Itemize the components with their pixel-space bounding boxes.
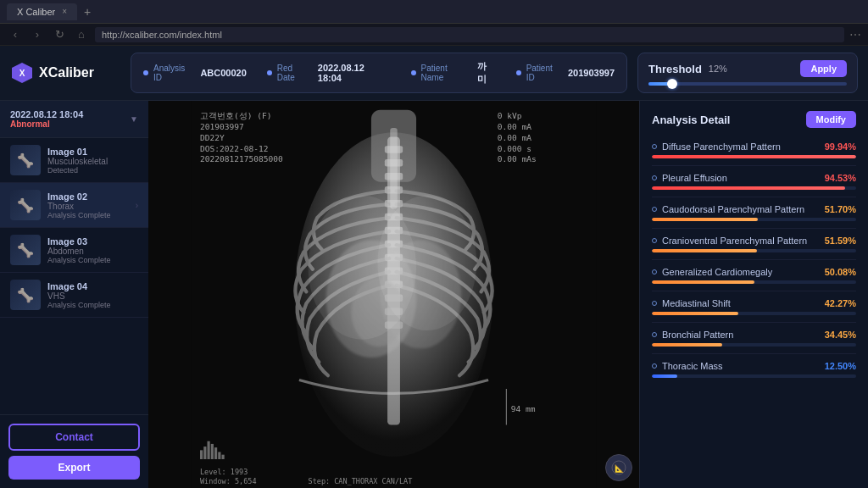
patient-name-field: Patient Name 까미 xyxy=(411,60,496,86)
browser-menu-icon[interactable]: ⋯ xyxy=(849,28,861,42)
contact-button[interactable]: Contact xyxy=(8,424,140,451)
chevron-down-icon[interactable]: ▼ xyxy=(130,114,138,124)
svg-rect-43 xyxy=(208,441,210,459)
main-image-area: 고객번호(성) (F) 201903997 DD22Y DOS:2022-08-… xyxy=(148,101,639,488)
browser-tab[interactable]: X Caliber × xyxy=(7,3,77,20)
image-tool-overlay: 📐 xyxy=(605,454,632,481)
condition-name-5: Generalized Cardiomegaly xyxy=(662,267,772,277)
image-thumb-2: 🦴 xyxy=(10,190,41,220)
image-thumb-4: 🦴 xyxy=(10,280,41,310)
image-list-item-4[interactable]: 🦴 Image 04 VHS Analysis Complete xyxy=(0,273,148,318)
app-container: X XCaliber Analysis ID ABC00020 Red Date… xyxy=(0,46,868,488)
logo-icon: X xyxy=(10,61,34,85)
condition-row-7: Bronchial Pattern 34.45% xyxy=(652,330,856,340)
condition-name-area-3: Caudodorsal Parenchymal Pattern xyxy=(652,204,804,214)
image-list-item-3[interactable]: 🦴 Image 03 Abdomen Analysis Complete xyxy=(0,228,148,273)
patient-id-value: 201903997 xyxy=(568,68,615,78)
analysis-id-label: Analysis ID xyxy=(153,64,195,82)
condition-percent-4: 51.59% xyxy=(825,236,856,246)
address-bar[interactable] xyxy=(95,27,844,42)
condition-dot-5 xyxy=(652,269,657,274)
image-status-4: Analysis Complete xyxy=(47,301,138,309)
condition-bar-fill-8 xyxy=(652,374,677,378)
condition-bar-track-7 xyxy=(652,343,856,347)
sidebar-buttons: Contact Export xyxy=(0,414,148,488)
image-type-2: Thorax xyxy=(47,202,129,211)
arrow-icon: › xyxy=(136,201,138,210)
svg-text:0.00 mA: 0.00 mA xyxy=(498,122,531,131)
ruler-icon: 📐 xyxy=(611,460,626,475)
condition-name-area-5: Generalized Cardiomegaly xyxy=(652,267,772,277)
forward-icon[interactable]: › xyxy=(29,28,46,41)
condition-name-8: Thoracic Mass xyxy=(662,361,723,371)
condition-dot-4 xyxy=(652,238,657,243)
new-tab-button[interactable]: + xyxy=(84,5,91,19)
condition-name-area-8: Thoracic Mass xyxy=(652,361,723,371)
refresh-icon[interactable]: ↻ xyxy=(51,28,68,41)
condition-name-area-1: Diffuse Parenchymal Pattern xyxy=(652,141,781,152)
condition-item-8: Thoracic Mass 12.50% xyxy=(652,354,856,385)
condition-name-area-2: Pleural Effusion xyxy=(652,173,727,183)
condition-bar-fill-5 xyxy=(652,280,754,284)
condition-item-2: Pleural Effusion 94.53% xyxy=(652,166,856,197)
condition-percent-5: 50.08% xyxy=(825,267,856,277)
red-date-label: Red Date xyxy=(277,64,313,82)
top-header: X XCaliber Analysis ID ABC00020 Red Date… xyxy=(0,46,868,101)
thumb-icon-4: 🦴 xyxy=(17,287,34,303)
condition-row-1: Diffuse Parenchymal Pattern 99.94% xyxy=(652,141,856,152)
image-name-3: Image 03 xyxy=(47,236,138,247)
threshold-title: Threshold xyxy=(648,63,702,75)
image-name-2: Image 02 xyxy=(47,191,129,202)
svg-text:Window: 5,654: Window: 5,654 xyxy=(200,477,257,485)
svg-text:201903997: 201903997 xyxy=(200,122,244,131)
condition-name-2: Pleural Effusion xyxy=(662,173,727,183)
condition-name-area-4: Cranioventral Parenchymal Pattern xyxy=(652,236,807,246)
thumb-placeholder-2: 🦴 xyxy=(10,190,41,220)
threshold-percent: 12% xyxy=(709,64,727,74)
condition-name-3: Caudodorsal Parenchymal Pattern xyxy=(662,204,804,214)
back-icon[interactable]: ‹ xyxy=(7,28,24,41)
image-list-item-1[interactable]: 🦴 Image 01 Musculoskeletal Detected xyxy=(0,138,148,183)
svg-rect-44 xyxy=(211,444,214,459)
threshold-slider-track[interactable] xyxy=(648,82,847,86)
xray-display[interactable]: 고객번호(성) (F) 201903997 DD22Y DOS:2022-08-… xyxy=(148,101,639,488)
condition-row-8: Thoracic Mass 12.50% xyxy=(652,361,856,371)
svg-text:0.00 mAs: 0.00 mAs xyxy=(498,154,537,164)
sidebar: 2022.08.12 18:04 Abnormal ▼ 🦴 Image 01 M… xyxy=(0,101,148,488)
condition-name-6: Mediastinal Shift xyxy=(662,298,731,308)
red-date-field: Red Date 2022.08.12 18:04 xyxy=(267,63,391,83)
image-status-3: Analysis Complete xyxy=(47,256,138,264)
export-button[interactable]: Export xyxy=(8,456,140,480)
thumb-icon-3: 🦴 xyxy=(17,242,34,258)
condition-list: Diffuse Parenchymal Pattern 99.94% Pleur… xyxy=(640,135,868,385)
condition-item-6: Mediastinal Shift 42.27% xyxy=(652,291,856,323)
ruler-icon-button[interactable]: 📐 xyxy=(605,454,632,481)
modify-button[interactable]: Modify xyxy=(806,111,856,128)
condition-bar-track-8 xyxy=(652,374,856,378)
analysis-id-dot xyxy=(143,70,148,75)
condition-name-area-6: Mediastinal Shift xyxy=(652,298,731,308)
condition-bar-track-5 xyxy=(652,280,856,284)
condition-name-area-7: Bronchial Pattern xyxy=(652,330,733,340)
analysis-id-value: ABC00020 xyxy=(200,68,246,78)
image-thumb-3: 🦴 xyxy=(10,235,41,265)
threshold-slider-thumb[interactable] xyxy=(667,79,677,89)
threshold-box: Threshold 12% Apply xyxy=(637,53,858,93)
tab-close-icon[interactable]: × xyxy=(62,7,67,16)
apply-button[interactable]: Apply xyxy=(800,60,847,77)
home-icon[interactable]: ⌂ xyxy=(73,28,90,41)
svg-text:X: X xyxy=(19,69,25,78)
svg-text:Level: 1993: Level: 1993 xyxy=(200,468,248,476)
image-list-item-2[interactable]: 🦴 Image 02 Thorax Analysis Complete › xyxy=(0,183,148,228)
condition-dot-2 xyxy=(652,175,657,180)
analysis-header: Analysis Detail Modify xyxy=(640,101,868,135)
right-panel: Analysis Detail Modify Diffuse Parenchym… xyxy=(639,101,868,488)
condition-dot-3 xyxy=(652,207,657,212)
patient-name-dot xyxy=(411,70,416,75)
patient-name-value: 까미 xyxy=(477,60,496,86)
condition-bar-fill-6 xyxy=(652,312,738,315)
condition-row-5: Generalized Cardiomegaly 50.08% xyxy=(652,267,856,277)
svg-text:0.000 s: 0.000 s xyxy=(498,144,531,153)
condition-row-3: Caudodorsal Parenchymal Pattern 51.70% xyxy=(652,204,856,214)
svg-rect-23 xyxy=(390,128,398,209)
